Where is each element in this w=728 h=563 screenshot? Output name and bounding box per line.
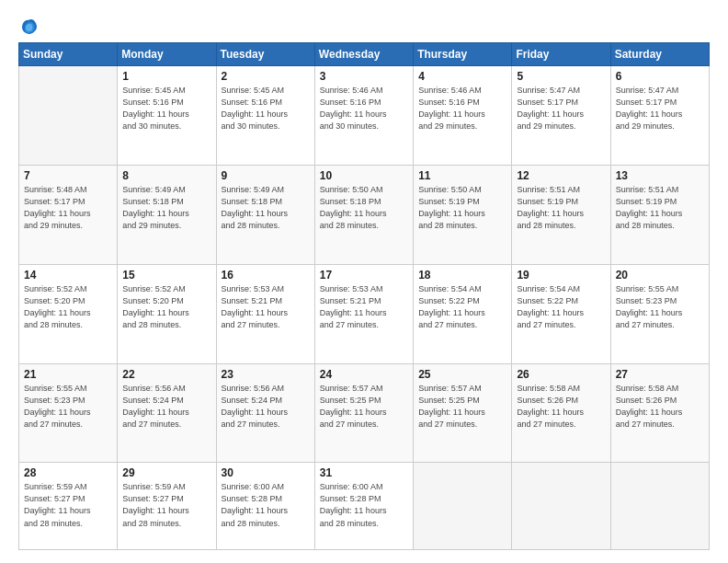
calendar-cell — [610, 463, 709, 550]
page: SundayMondayTuesdayWednesdayThursdayFrid… — [0, 0, 728, 563]
day-header-monday: Monday — [118, 43, 216, 66]
day-detail: Sunrise: 5:46 AMSunset: 5:16 PMDaylight:… — [418, 85, 506, 132]
calendar-cell: 16Sunrise: 5:53 AMSunset: 5:21 PMDayligh… — [216, 264, 314, 363]
day-header-sunday: Sunday — [19, 43, 118, 66]
day-number: 17 — [320, 269, 408, 282]
day-detail: Sunrise: 5:53 AMSunset: 5:21 PMDaylight:… — [222, 283, 310, 331]
calendar-cell: 27Sunrise: 5:58 AMSunset: 5:26 PMDayligh… — [610, 363, 709, 463]
day-number: 29 — [122, 466, 210, 479]
calendar-cell: 31Sunrise: 6:00 AMSunset: 5:28 PMDayligh… — [314, 463, 413, 550]
day-detail: Sunrise: 5:49 AMSunset: 5:18 PMDaylight:… — [222, 184, 310, 232]
day-number: 3 — [320, 70, 408, 83]
day-header-friday: Friday — [512, 43, 610, 66]
calendar-header-row: SundayMondayTuesdayWednesdayThursdayFrid… — [19, 43, 710, 66]
calendar-cell: 3Sunrise: 5:46 AMSunset: 5:16 PMDaylight… — [314, 66, 413, 166]
calendar-cell: 21Sunrise: 5:55 AMSunset: 5:23 PMDayligh… — [19, 363, 118, 463]
day-number: 11 — [418, 169, 506, 182]
calendar-cell: 29Sunrise: 5:59 AMSunset: 5:27 PMDayligh… — [118, 463, 216, 550]
calendar-cell: 24Sunrise: 5:57 AMSunset: 5:25 PMDayligh… — [314, 363, 413, 463]
calendar-cell: 7Sunrise: 5:48 AMSunset: 5:17 PMDaylight… — [19, 165, 118, 264]
calendar-cell: 17Sunrise: 5:53 AMSunset: 5:21 PMDayligh… — [314, 264, 413, 363]
day-header-tuesday: Tuesday — [216, 43, 314, 66]
day-number: 13 — [616, 169, 704, 182]
calendar-cell: 5Sunrise: 5:47 AMSunset: 5:17 PMDaylight… — [512, 66, 610, 166]
day-number: 28 — [24, 466, 112, 479]
calendar-cell: 1Sunrise: 5:45 AMSunset: 5:16 PMDaylight… — [118, 66, 216, 166]
day-detail: Sunrise: 5:55 AMSunset: 5:23 PMDaylight:… — [616, 283, 704, 331]
day-detail: Sunrise: 5:50 AMSunset: 5:18 PMDaylight:… — [320, 184, 408, 232]
calendar-week-row: 14Sunrise: 5:52 AMSunset: 5:20 PMDayligh… — [19, 264, 710, 363]
day-number: 5 — [517, 70, 605, 83]
day-detail: Sunrise: 6:00 AMSunset: 5:28 PMDaylight:… — [320, 481, 408, 529]
day-detail: Sunrise: 5:50 AMSunset: 5:19 PMDaylight:… — [418, 184, 506, 232]
day-detail: Sunrise: 5:51 AMSunset: 5:19 PMDaylight:… — [517, 184, 605, 232]
day-number: 20 — [616, 269, 704, 282]
calendar-cell: 9Sunrise: 5:49 AMSunset: 5:18 PMDaylight… — [216, 165, 314, 264]
day-number: 30 — [222, 466, 310, 479]
day-number: 16 — [222, 269, 310, 282]
day-header-thursday: Thursday — [414, 43, 512, 66]
day-number: 12 — [517, 169, 605, 182]
calendar-cell — [19, 66, 118, 166]
day-number: 1 — [122, 70, 210, 83]
day-number: 15 — [122, 269, 210, 282]
day-detail: Sunrise: 5:58 AMSunset: 5:26 PMDaylight:… — [517, 383, 605, 431]
calendar-cell: 6Sunrise: 5:47 AMSunset: 5:17 PMDaylight… — [610, 66, 709, 166]
day-number: 10 — [320, 169, 408, 182]
day-number: 8 — [122, 169, 210, 182]
day-number: 4 — [418, 70, 506, 83]
day-detail: Sunrise: 5:47 AMSunset: 5:17 PMDaylight:… — [616, 85, 704, 132]
day-number: 7 — [24, 169, 112, 182]
day-detail: Sunrise: 5:54 AMSunset: 5:22 PMDaylight:… — [517, 283, 605, 331]
calendar-cell: 11Sunrise: 5:50 AMSunset: 5:19 PMDayligh… — [414, 165, 512, 264]
calendar-cell: 8Sunrise: 5:49 AMSunset: 5:18 PMDaylight… — [118, 165, 216, 264]
calendar-cell — [414, 463, 512, 550]
day-number: 26 — [517, 368, 605, 381]
day-number: 19 — [517, 269, 605, 282]
calendar-week-row: 1Sunrise: 5:45 AMSunset: 5:16 PMDaylight… — [19, 66, 710, 166]
calendar-cell: 23Sunrise: 5:56 AMSunset: 5:24 PMDayligh… — [216, 363, 314, 463]
day-detail: Sunrise: 5:54 AMSunset: 5:22 PMDaylight:… — [418, 283, 506, 331]
logo-icon — [18, 17, 39, 37]
day-detail: Sunrise: 5:57 AMSunset: 5:25 PMDaylight:… — [320, 383, 408, 431]
logo — [18, 17, 42, 37]
day-detail: Sunrise: 5:58 AMSunset: 5:26 PMDaylight:… — [616, 383, 704, 431]
day-detail: Sunrise: 5:52 AMSunset: 5:20 PMDaylight:… — [24, 283, 112, 331]
calendar-cell: 2Sunrise: 5:45 AMSunset: 5:16 PMDaylight… — [216, 66, 314, 166]
day-detail: Sunrise: 5:57 AMSunset: 5:25 PMDaylight:… — [418, 383, 506, 431]
day-header-saturday: Saturday — [610, 43, 709, 66]
day-detail: Sunrise: 5:51 AMSunset: 5:19 PMDaylight:… — [616, 184, 704, 232]
calendar-cell: 15Sunrise: 5:52 AMSunset: 5:20 PMDayligh… — [118, 264, 216, 363]
day-number: 9 — [222, 169, 310, 182]
day-number: 2 — [222, 70, 310, 83]
calendar-cell: 10Sunrise: 5:50 AMSunset: 5:18 PMDayligh… — [314, 165, 413, 264]
day-detail: Sunrise: 5:56 AMSunset: 5:24 PMDaylight:… — [122, 383, 210, 431]
calendar-cell: 25Sunrise: 5:57 AMSunset: 5:25 PMDayligh… — [414, 363, 512, 463]
day-detail: Sunrise: 5:59 AMSunset: 5:27 PMDaylight:… — [122, 481, 210, 529]
day-detail: Sunrise: 5:55 AMSunset: 5:23 PMDaylight:… — [24, 383, 112, 431]
calendar-cell: 30Sunrise: 6:00 AMSunset: 5:28 PMDayligh… — [216, 463, 314, 550]
day-header-wednesday: Wednesday — [314, 43, 413, 66]
day-detail: Sunrise: 5:47 AMSunset: 5:17 PMDaylight:… — [517, 85, 605, 132]
calendar-cell: 28Sunrise: 5:59 AMSunset: 5:27 PMDayligh… — [19, 463, 118, 550]
day-detail: Sunrise: 6:00 AMSunset: 5:28 PMDaylight:… — [222, 481, 310, 529]
calendar-week-row: 28Sunrise: 5:59 AMSunset: 5:27 PMDayligh… — [19, 463, 710, 550]
day-number: 6 — [616, 70, 704, 83]
day-number: 22 — [122, 368, 210, 381]
calendar-table: SundayMondayTuesdayWednesdayThursdayFrid… — [18, 42, 710, 550]
calendar-cell — [512, 463, 610, 550]
calendar-cell: 14Sunrise: 5:52 AMSunset: 5:20 PMDayligh… — [19, 264, 118, 363]
calendar-cell: 19Sunrise: 5:54 AMSunset: 5:22 PMDayligh… — [512, 264, 610, 363]
day-detail: Sunrise: 5:53 AMSunset: 5:21 PMDaylight:… — [320, 283, 408, 331]
day-detail: Sunrise: 5:52 AMSunset: 5:20 PMDaylight:… — [122, 283, 210, 331]
day-number: 14 — [24, 269, 112, 282]
day-detail: Sunrise: 5:49 AMSunset: 5:18 PMDaylight:… — [122, 184, 210, 232]
day-detail: Sunrise: 5:56 AMSunset: 5:24 PMDaylight:… — [222, 383, 310, 431]
day-number: 31 — [320, 466, 408, 479]
day-detail: Sunrise: 5:46 AMSunset: 5:16 PMDaylight:… — [320, 85, 408, 132]
calendar-cell: 20Sunrise: 5:55 AMSunset: 5:23 PMDayligh… — [610, 264, 709, 363]
calendar-week-row: 21Sunrise: 5:55 AMSunset: 5:23 PMDayligh… — [19, 363, 710, 463]
day-detail: Sunrise: 5:45 AMSunset: 5:16 PMDaylight:… — [122, 85, 210, 132]
day-number: 24 — [320, 368, 408, 381]
day-number: 27 — [616, 368, 704, 381]
